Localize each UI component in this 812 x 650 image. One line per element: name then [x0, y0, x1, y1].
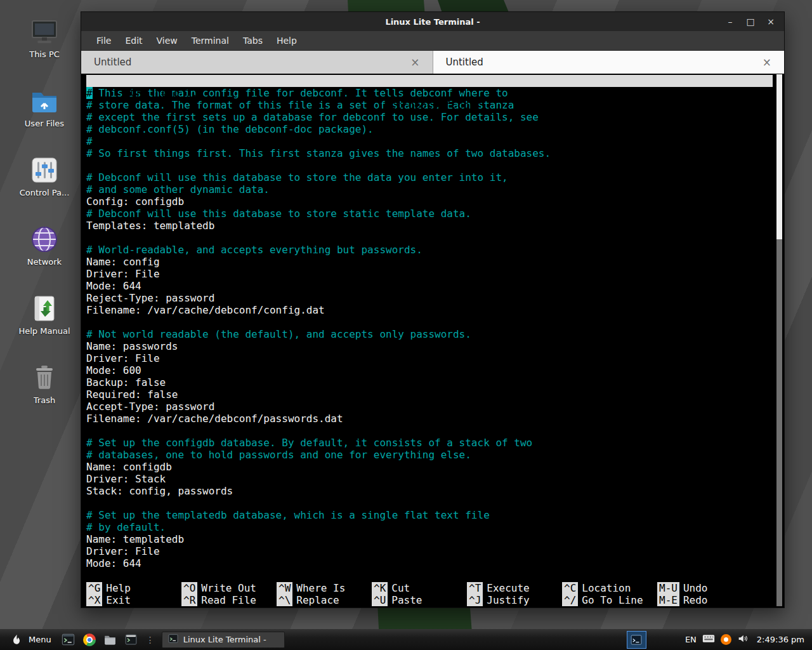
- tab-close-icon[interactable]: ×: [763, 56, 771, 69]
- shortcut-label: Location: [582, 582, 631, 594]
- terminal-line: Mode: 644: [86, 280, 773, 292]
- terminal-line: Name: configdb: [86, 461, 773, 473]
- keyboard-layout-label[interactable]: EN: [685, 635, 697, 644]
- menu-item-help[interactable]: Help: [270, 34, 303, 48]
- nano-shortcut[interactable]: ^/Go To Line: [562, 594, 657, 606]
- terminal-line: # Set up the templatedb database, which …: [86, 509, 773, 521]
- desktop-icon-label: This PC: [29, 50, 60, 59]
- shortcut-label: Undo: [683, 582, 708, 594]
- shortcut-row: ^XExit^RRead File^\Replace^UPaste^JJusti…: [86, 594, 773, 606]
- menu-item-tabs[interactable]: Tabs: [237, 34, 269, 48]
- nano-shortcut[interactable]: M-UUndo: [657, 582, 752, 594]
- scrollbar-thumb[interactable]: [776, 74, 782, 239]
- chrome-icon: [83, 633, 96, 646]
- help-manual-icon: [29, 293, 60, 324]
- desktop-icon-list: This PCUser FilesControl Pa...NetworkHel…: [6, 17, 82, 405]
- desktop-icon-control-panel[interactable]: Control Pa...: [6, 155, 82, 197]
- menu-item-file[interactable]: File: [90, 34, 117, 48]
- terminal-line: Driver: File: [86, 545, 773, 557]
- nano-shortcut[interactable]: M-ERedo: [657, 594, 752, 606]
- window-titlebar[interactable]: Linux Lite Terminal - – □ ×: [81, 12, 784, 31]
- menu-item-terminal[interactable]: Terminal: [185, 34, 235, 48]
- terminal-line: Mode: 600: [86, 364, 773, 376]
- nano-shortcut[interactable]: ^\Replace: [277, 594, 372, 606]
- desktop-icon-network[interactable]: Network: [6, 224, 82, 267]
- terminal-line: # by default.: [86, 521, 773, 533]
- menu-item-edit[interactable]: Edit: [119, 34, 148, 48]
- nano-shortcut[interactable]: ^RRead File: [181, 594, 277, 606]
- desktop-icon-help-manual[interactable]: Help Manual: [6, 293, 82, 336]
- shortcut-key: ^\: [277, 594, 292, 606]
- shortcut-key: ^W: [277, 582, 292, 594]
- control-panel-icon: [29, 155, 60, 185]
- nano-shortcut[interactable]: ^GHelp: [86, 582, 181, 594]
- shortcut-key: ^R: [181, 594, 197, 606]
- desktop-icon-label: Control Pa...: [20, 188, 70, 197]
- terminal-tab[interactable]: Untitled×: [81, 51, 433, 74]
- shortcut-key: ^X: [86, 594, 102, 606]
- menu-button-label: Menu: [29, 635, 51, 644]
- desktop-icon-this-pc[interactable]: This PC: [6, 17, 82, 59]
- scrollbar[interactable]: [776, 74, 782, 606]
- chrome-launcher-icon[interactable]: [82, 632, 97, 647]
- tray-terminal-icon[interactable]: [627, 631, 646, 649]
- nano-lines: # This is the main config file for debco…: [86, 87, 773, 569]
- shortcut-label: Go To Line: [582, 594, 643, 606]
- desktop-icon-trash[interactable]: Trash: [6, 362, 82, 405]
- terminal-line: #: [86, 135, 773, 147]
- shortcut-label: Where Is: [296, 582, 345, 594]
- shortcut-label: Exit: [106, 594, 131, 606]
- file-manager-launcher-icon[interactable]: [103, 632, 118, 647]
- clock[interactable]: 2:49:36 pm: [754, 635, 807, 644]
- shortcut-label: Cut: [391, 582, 410, 594]
- nano-shortcut[interactable]: ^TExecute: [467, 582, 562, 594]
- notification-icon[interactable]: [721, 634, 731, 645]
- terminal-content[interactable]: GNU nano 7.2 /etc/debconf.conf # This is…: [81, 74, 773, 607]
- terminal-tab[interactable]: Untitled×: [433, 51, 785, 74]
- terminal-line: # So first things first. This first stan…: [86, 147, 773, 159]
- terminal-line: # except the first sets up a database fo…: [86, 111, 773, 123]
- nano-shortcut[interactable]: ^XExit: [86, 594, 181, 606]
- maximize-icon[interactable]: □: [743, 17, 757, 27]
- nano-shortcut[interactable]: ^JJustify: [467, 594, 562, 606]
- shortcut-key: M-E: [657, 594, 679, 606]
- terminal-line: Driver: File: [86, 352, 773, 364]
- shortcut-key: ^C: [562, 582, 578, 594]
- tab-close-icon[interactable]: ×: [410, 56, 419, 69]
- shortcut-key: M-U: [657, 582, 679, 594]
- terminal-line: # debconf.conf(5) (in the debconf-doc pa…: [86, 123, 773, 135]
- terminal-line: Name: config: [86, 256, 773, 268]
- desktop-icon-user-files[interactable]: User Files: [6, 86, 82, 128]
- task-button-terminal[interactable]: Linux Lite Terminal -: [162, 632, 285, 648]
- terminal-launcher-icon[interactable]: [61, 632, 76, 647]
- nano-shortcut[interactable]: ^OWrite Out: [181, 582, 277, 594]
- terminal-line: Config: configdb: [86, 196, 773, 208]
- nano-shortcut[interactable]: ^UPaste: [372, 594, 467, 606]
- desktop-icon-label: Help Manual: [18, 326, 70, 336]
- keyboard-icon[interactable]: [702, 634, 715, 645]
- close-icon[interactable]: ×: [764, 17, 778, 27]
- nano-shortcut[interactable]: ^WWhere Is: [277, 582, 372, 594]
- shortcut-key: ^O: [181, 582, 197, 594]
- terminal-line: Driver: File: [86, 268, 773, 280]
- shortcut-label: Help: [106, 582, 131, 594]
- menu-button[interactable]: Menu: [5, 629, 55, 650]
- terminal-line: [86, 497, 773, 509]
- terminal-line: # Not world readable (the default), and …: [86, 328, 773, 340]
- trash-icon: [29, 362, 60, 393]
- volume-icon[interactable]: [737, 633, 749, 646]
- nano-shortcut[interactable]: ^CLocation: [562, 582, 657, 594]
- tab-label: Untitled: [94, 56, 131, 68]
- nano-shortcut[interactable]: ^KCut: [372, 582, 467, 594]
- terminal2-launcher-icon[interactable]: [124, 632, 139, 647]
- minimize-icon[interactable]: –: [723, 17, 737, 27]
- shortcut-key: ^/: [562, 594, 578, 606]
- terminal-line: Stack: config, passwords: [86, 485, 773, 497]
- shortcut-key: ^J: [467, 594, 483, 606]
- shortcut-key: ^K: [372, 582, 388, 594]
- terminal-line: Required: false: [86, 388, 773, 401]
- nano-version: GNU nano 7.2: [123, 87, 204, 99]
- terminal-line: Backup: false: [86, 376, 773, 388]
- menu-item-view[interactable]: View: [150, 34, 184, 48]
- linux-lite-logo-icon: [9, 632, 24, 647]
